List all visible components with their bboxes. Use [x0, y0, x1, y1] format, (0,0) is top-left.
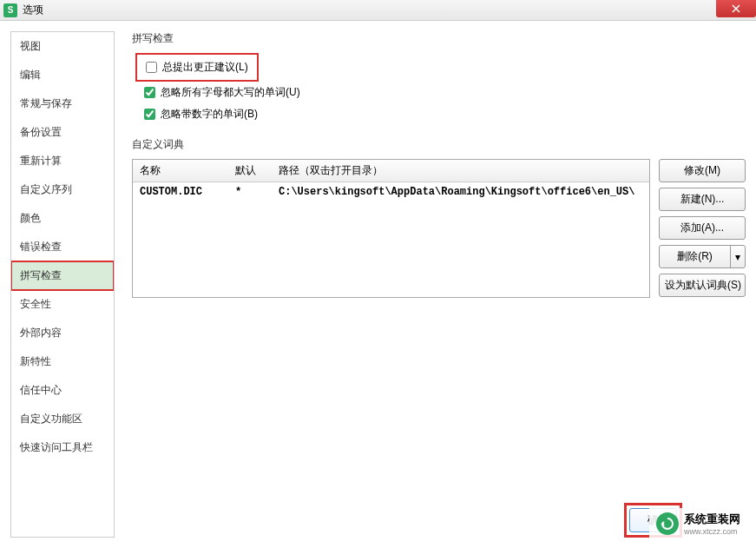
sidebar-item-11[interactable]: 新特性: [11, 347, 114, 376]
dict-table: 名称 默认 路径（双击打开目录） CUSTOM.DIC*C:\Users\kin…: [133, 160, 649, 201]
dict-buttons: 修改(M) 新建(N)... 添加(A)... 删除(R) ▾ 设为默认词典(S…: [659, 159, 746, 298]
add-button[interactable]: 添加(A)...: [659, 216, 746, 240]
dict-container: 名称 默认 路径（双击打开目录） CUSTOM.DIC*C:\Users\kin…: [132, 159, 746, 298]
checkbox-label-2: 忽略带数字的单词(B): [161, 107, 258, 122]
app-icon: S: [3, 3, 17, 17]
sidebar-item-3[interactable]: 备份设置: [11, 118, 114, 147]
watermark-title: 系统重装网: [684, 512, 740, 527]
checkbox-row-1: 忽略所有字母都大写的单词(U): [137, 82, 746, 103]
sidebar-item-14[interactable]: 快速访问工具栏: [11, 433, 114, 462]
checkbox-0[interactable]: [146, 62, 157, 73]
sidebar-item-4[interactable]: 重新计算: [11, 147, 114, 175]
close-icon: [732, 4, 740, 13]
checkbox-row-2: 忽略带数字的单词(B): [137, 103, 746, 125]
cell-path: C:\Users\kingsoft\AppData\Roaming\Kingso…: [272, 182, 649, 202]
sidebar-item-12[interactable]: 信任中心: [11, 376, 114, 405]
col-path[interactable]: 路径（双击打开目录）: [272, 160, 649, 182]
cell-name: CUSTOM.DIC: [133, 182, 228, 202]
table-row[interactable]: CUSTOM.DIC*C:\Users\kingsoft\AppData\Roa…: [133, 182, 649, 202]
checkbox-1[interactable]: [144, 87, 155, 98]
sidebar-item-7[interactable]: 错误检查: [11, 233, 114, 261]
sidebar-item-0[interactable]: 视图: [11, 32, 114, 61]
watermark-url: www.xtczz.com: [684, 527, 740, 536]
col-name[interactable]: 名称: [133, 160, 228, 182]
modify-button[interactable]: 修改(M): [659, 159, 746, 182]
main-container: 视图编辑常规与保存备份设置重新计算自定义序列颜色错误检查拼写检查安全性外部内容新…: [0, 21, 756, 548]
new-button[interactable]: 新建(N)...: [659, 188, 746, 211]
delete-button[interactable]: 删除(R) ▾: [659, 245, 746, 268]
sidebar-item-8[interactable]: 拼写检查: [11, 261, 114, 290]
checkbox-row-0: 总提出更正建议(L): [135, 53, 259, 82]
custom-dict-section: 自定义词典 名称 默认 路径（双击打开目录） CUSTOM.DIC*C:\Use…: [132, 137, 746, 298]
sidebar-item-10[interactable]: 外部内容: [11, 319, 114, 347]
close-button[interactable]: [716, 0, 756, 17]
checkbox-label-0: 总提出更正建议(L): [162, 60, 248, 75]
spellcheck-section-title: 拼写检查: [132, 31, 746, 46]
dict-table-wrap: 名称 默认 路径（双击打开目录） CUSTOM.DIC*C:\Users\kin…: [132, 159, 650, 298]
watermark: 系统重装网 www.xtczz.com: [649, 508, 747, 539]
titlebar: S 选项: [0, 0, 756, 21]
watermark-icon: [656, 512, 679, 535]
chevron-down-icon[interactable]: ▾: [731, 246, 745, 267]
set-default-button[interactable]: 设为默认词典(S): [659, 274, 746, 297]
window-title: 选项: [23, 3, 43, 17]
checkbox-label-1: 忽略所有字母都大写的单词(U): [161, 85, 300, 100]
checkbox-2[interactable]: [144, 109, 155, 120]
delete-button-label: 删除(R): [660, 246, 731, 267]
sidebar-item-9[interactable]: 安全性: [11, 290, 114, 319]
sidebar: 视图编辑常规与保存备份设置重新计算自定义序列颜色错误检查拼写检查安全性外部内容新…: [10, 31, 115, 538]
content-panel: 拼写检查 总提出更正建议(L)忽略所有字母都大写的单词(U)忽略带数字的单词(B…: [115, 31, 746, 538]
sidebar-item-6[interactable]: 颜色: [11, 204, 114, 233]
dict-section-title: 自定义词典: [132, 137, 746, 152]
sidebar-item-5[interactable]: 自定义序列: [11, 175, 114, 204]
cell-default: *: [228, 182, 272, 202]
sidebar-item-2[interactable]: 常规与保存: [11, 89, 114, 118]
sidebar-item-13[interactable]: 自定义功能区: [11, 405, 114, 433]
col-default[interactable]: 默认: [228, 160, 272, 182]
watermark-text-wrap: 系统重装网 www.xtczz.com: [684, 512, 740, 536]
sidebar-item-1[interactable]: 编辑: [11, 61, 114, 89]
